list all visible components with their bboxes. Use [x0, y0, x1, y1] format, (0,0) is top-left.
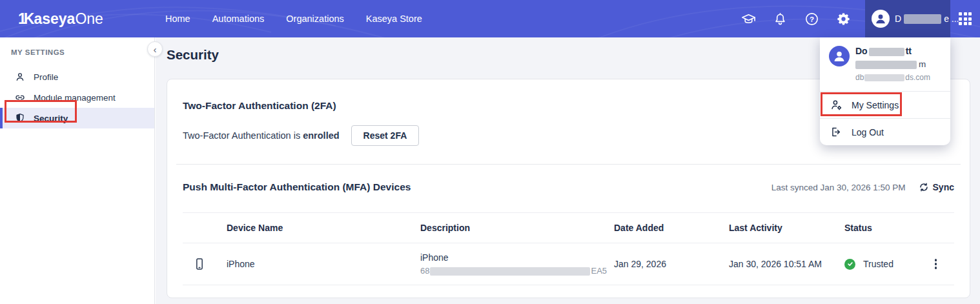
redacted-text	[864, 74, 904, 81]
settings-sidebar: MY SETTINGS Profile Module management Se…	[0, 37, 155, 304]
nav-item-home[interactable]: Home	[165, 14, 190, 24]
nav-item-organizations[interactable]: Organizations	[286, 14, 343, 24]
table-row: iPhone iPhone 68EA5 Jan 29, 2026 Jan 30,…	[183, 243, 954, 285]
cell-description: iPhone 68EA5	[420, 252, 614, 276]
page-title: Security	[167, 47, 219, 63]
table-header-row: Device Name Description Date Added Last …	[183, 212, 954, 243]
education-icon[interactable]	[741, 12, 756, 26]
user-full-name: Dott	[855, 46, 944, 56]
user-dropdown-menu: Dott m dbds.com My Settings	[820, 37, 950, 145]
user-info-block: Dott m dbds.com	[820, 37, 950, 92]
sidebar-item-profile[interactable]: Profile	[0, 66, 154, 87]
brand-logo[interactable]: 1KaseyaOne	[18, 0, 103, 37]
menu-item-log-out[interactable]: Log Out	[820, 119, 950, 145]
cell-last-activity: Jan 30, 2026 10:51 AM	[729, 259, 844, 269]
redacted-text	[869, 48, 904, 56]
notifications-bell-icon[interactable]	[773, 12, 788, 26]
mfa-section-heading: Push Multi-Factor Authentication (MFA) D…	[183, 181, 411, 193]
link-icon	[15, 92, 25, 103]
avatar	[872, 10, 890, 28]
logout-icon	[830, 126, 842, 138]
cell-status: Trusted	[844, 259, 917, 270]
column-header-device-name: Device Name	[227, 223, 420, 233]
svg-text:?: ?	[810, 15, 814, 23]
sidebar-item-label: Profile	[34, 72, 58, 82]
nav-item-automations[interactable]: Automations	[212, 14, 265, 24]
section-divider	[176, 164, 961, 165]
menu-item-label: My Settings	[852, 100, 899, 110]
kaseyaone-app: 1KaseyaOne Home Automations Organization…	[0, 0, 980, 304]
cell-date-added: Jan 29, 2026	[614, 259, 729, 269]
settings-gear-icon[interactable]	[836, 12, 851, 26]
nav-item-kaseya-store[interactable]: Kaseya Store	[366, 14, 422, 24]
user-name: De ...	[895, 14, 959, 24]
user-email: m	[855, 59, 944, 69]
twofa-status-text: Two-Factor Authentication is enrolled	[183, 130, 340, 141]
check-circle-icon	[844, 259, 855, 270]
app-launcher-grid-icon	[959, 12, 972, 25]
column-header-status: Status	[844, 223, 917, 233]
row-actions-kebab-icon[interactable]	[932, 256, 940, 272]
redacted-text	[430, 267, 590, 276]
brand-mark: 1K	[18, 10, 32, 28]
shield-icon	[15, 113, 25, 123]
person-icon	[15, 72, 25, 82]
app-launcher-button[interactable]	[950, 0, 980, 37]
sync-refresh-icon	[919, 182, 929, 192]
top-navbar: 1KaseyaOne Home Automations Organization…	[0, 0, 980, 37]
avatar	[829, 46, 850, 66]
column-header-description: Description	[420, 223, 614, 233]
menu-item-label: Log Out	[852, 127, 884, 137]
sidebar-item-label: Security	[34, 114, 68, 123]
smartphone-icon	[183, 257, 227, 271]
sidebar-item-security[interactable]: Security	[0, 108, 154, 128]
last-synced-text: Last synced Jan 30, 2026 1:50 PM	[771, 183, 906, 192]
status-badge: Trusted	[863, 259, 893, 269]
redacted-text	[855, 61, 917, 69]
sidebar-item-label: Module management	[34, 93, 116, 103]
user-menu-button[interactable]: De ...	[865, 0, 950, 37]
help-icon[interactable]: ?	[804, 12, 819, 26]
reset-2fa-button[interactable]: Reset 2FA	[351, 125, 420, 146]
device-id-text: 68EA5	[420, 266, 614, 276]
sync-button[interactable]: Sync	[919, 182, 954, 192]
mfa-devices-table: Device Name Description Date Added Last …	[183, 212, 954, 285]
navbar-right-section: ? De ...	[741, 0, 980, 37]
column-header-date-added: Date Added	[614, 223, 729, 233]
person-gear-icon	[830, 99, 842, 111]
redacted-text	[904, 14, 941, 24]
sidebar-title: MY SETTINGS	[0, 48, 154, 66]
twofa-status-value: enrolled	[303, 130, 339, 141]
cell-device-name: iPhone	[227, 259, 420, 269]
user-domain: dbds.com	[855, 73, 944, 82]
menu-item-my-settings[interactable]: My Settings	[820, 92, 950, 118]
column-header-last-activity: Last Activity	[729, 223, 844, 233]
primary-nav: Home Automations Organizations Kaseya St…	[165, 0, 422, 37]
sidebar-item-module-management[interactable]: Module management	[0, 87, 154, 108]
sidebar-collapse-button[interactable]: ‹	[147, 41, 163, 57]
